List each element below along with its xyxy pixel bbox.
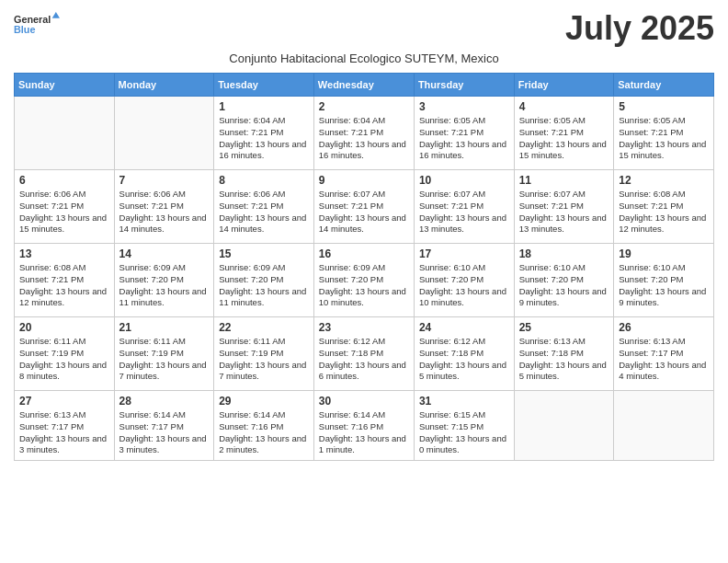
logo: General Blue: [14, 9, 60, 42]
calendar-day-18: 18Sunrise: 6:10 AMSunset: 7:20 PMDayligh…: [514, 244, 614, 317]
calendar-week-row: 6Sunrise: 6:06 AMSunset: 7:21 PMDaylight…: [15, 170, 714, 244]
calendar-day-28: 28Sunrise: 6:14 AMSunset: 7:17 PMDayligh…: [114, 391, 214, 461]
day-info: Sunrise: 6:10 AMSunset: 7:20 PMDaylight:…: [619, 262, 709, 309]
calendar-table: SundayMondayTuesdayWednesdayThursdayFrid…: [14, 73, 714, 461]
calendar-day-31: 31Sunrise: 6:15 AMSunset: 7:15 PMDayligh…: [414, 391, 514, 461]
day-number: 29: [219, 395, 309, 408]
header: General Blue July 2025: [14, 9, 714, 48]
day-number: 14: [119, 247, 210, 260]
calendar-empty-cell: [15, 97, 115, 170]
month-title: July 2025: [565, 9, 714, 48]
day-number: 27: [19, 395, 109, 408]
calendar-day-11: 11Sunrise: 6:07 AMSunset: 7:21 PMDayligh…: [514, 170, 614, 244]
calendar-day-23: 23Sunrise: 6:12 AMSunset: 7:18 PMDayligh…: [313, 317, 414, 391]
day-number: 11: [519, 174, 609, 187]
calendar-day-3: 3Sunrise: 6:05 AMSunset: 7:21 PMDaylight…: [414, 97, 514, 170]
calendar-day-29: 29Sunrise: 6:14 AMSunset: 7:16 PMDayligh…: [214, 391, 314, 461]
calendar-day-22: 22Sunrise: 6:11 AMSunset: 7:19 PMDayligh…: [214, 317, 314, 391]
day-number: 21: [119, 321, 210, 334]
day-number: 10: [419, 174, 509, 187]
day-number: 1: [219, 100, 309, 113]
calendar-day-15: 15Sunrise: 6:09 AMSunset: 7:20 PMDayligh…: [214, 244, 314, 317]
day-number: 3: [419, 100, 509, 113]
calendar-day-2: 2Sunrise: 6:04 AMSunset: 7:21 PMDaylight…: [313, 97, 414, 170]
calendar-day-8: 8Sunrise: 6:06 AMSunset: 7:21 PMDaylight…: [214, 170, 314, 244]
calendar-empty-cell: [114, 97, 214, 170]
calendar-day-20: 20Sunrise: 6:11 AMSunset: 7:19 PMDayligh…: [15, 317, 115, 391]
calendar-subtitle: Conjunto Habitacional Ecologico SUTEYM, …: [14, 52, 714, 65]
calendar-day-12: 12Sunrise: 6:08 AMSunset: 7:21 PMDayligh…: [614, 170, 714, 244]
header-day-monday: Monday: [114, 74, 214, 97]
day-number: 31: [419, 395, 509, 408]
day-info: Sunrise: 6:13 AMSunset: 7:17 PMDaylight:…: [619, 336, 709, 383]
day-info: Sunrise: 6:10 AMSunset: 7:20 PMDaylight:…: [519, 262, 609, 309]
day-info: Sunrise: 6:07 AMSunset: 7:21 PMDaylight:…: [419, 189, 509, 236]
calendar-day-21: 21Sunrise: 6:11 AMSunset: 7:19 PMDayligh…: [114, 317, 214, 391]
calendar-day-7: 7Sunrise: 6:06 AMSunset: 7:21 PMDaylight…: [114, 170, 214, 244]
day-number: 15: [219, 247, 309, 260]
day-info: Sunrise: 6:12 AMSunset: 7:18 PMDaylight:…: [319, 336, 409, 383]
header-day-tuesday: Tuesday: [214, 74, 314, 97]
day-info: Sunrise: 6:09 AMSunset: 7:20 PMDaylight:…: [219, 262, 309, 309]
day-info: Sunrise: 6:14 AMSunset: 7:16 PMDaylight:…: [219, 409, 309, 456]
day-number: 24: [419, 321, 509, 334]
logo-svg: General Blue: [14, 9, 60, 42]
svg-marker-1: [52, 12, 60, 18]
day-number: 18: [519, 247, 609, 260]
calendar-week-row: 1Sunrise: 6:04 AMSunset: 7:21 PMDaylight…: [15, 97, 714, 170]
day-number: 9: [319, 174, 409, 187]
day-number: 13: [19, 247, 109, 260]
header-day-saturday: Saturday: [614, 74, 714, 97]
calendar-day-26: 26Sunrise: 6:13 AMSunset: 7:17 PMDayligh…: [614, 317, 714, 391]
calendar-day-27: 27Sunrise: 6:13 AMSunset: 7:17 PMDayligh…: [15, 391, 115, 461]
day-info: Sunrise: 6:11 AMSunset: 7:19 PMDaylight:…: [119, 336, 210, 383]
day-info: Sunrise: 6:14 AMSunset: 7:17 PMDaylight:…: [119, 409, 210, 456]
day-number: 12: [619, 174, 709, 187]
header-day-sunday: Sunday: [15, 74, 115, 97]
svg-text:General: General: [14, 14, 51, 25]
calendar-week-row: 27Sunrise: 6:13 AMSunset: 7:17 PMDayligh…: [15, 391, 714, 461]
day-info: Sunrise: 6:06 AMSunset: 7:21 PMDaylight:…: [19, 189, 109, 236]
day-info: Sunrise: 6:12 AMSunset: 7:18 PMDaylight:…: [419, 336, 509, 383]
calendar-empty-cell: [514, 391, 614, 461]
day-info: Sunrise: 6:11 AMSunset: 7:19 PMDaylight:…: [19, 336, 109, 383]
calendar-day-1: 1Sunrise: 6:04 AMSunset: 7:21 PMDaylight…: [214, 97, 314, 170]
day-number: 2: [319, 100, 409, 113]
day-number: 28: [119, 395, 210, 408]
day-number: 16: [319, 247, 409, 260]
day-number: 20: [19, 321, 109, 334]
header-day-wednesday: Wednesday: [313, 74, 414, 97]
calendar-week-row: 13Sunrise: 6:08 AMSunset: 7:21 PMDayligh…: [15, 244, 714, 317]
day-info: Sunrise: 6:07 AMSunset: 7:21 PMDaylight:…: [519, 189, 609, 236]
day-number: 8: [219, 174, 309, 187]
day-info: Sunrise: 6:07 AMSunset: 7:21 PMDaylight:…: [319, 189, 409, 236]
day-number: 19: [619, 247, 709, 260]
day-number: 30: [319, 395, 409, 408]
day-number: 4: [519, 100, 609, 113]
day-info: Sunrise: 6:13 AMSunset: 7:17 PMDaylight:…: [19, 409, 109, 456]
day-info: Sunrise: 6:08 AMSunset: 7:21 PMDaylight:…: [19, 262, 109, 309]
calendar-day-30: 30Sunrise: 6:14 AMSunset: 7:16 PMDayligh…: [313, 391, 414, 461]
day-info: Sunrise: 6:09 AMSunset: 7:20 PMDaylight:…: [119, 262, 210, 309]
calendar-day-17: 17Sunrise: 6:10 AMSunset: 7:20 PMDayligh…: [414, 244, 514, 317]
day-info: Sunrise: 6:09 AMSunset: 7:20 PMDaylight:…: [319, 262, 409, 309]
day-number: 26: [619, 321, 709, 334]
header-day-friday: Friday: [514, 74, 614, 97]
day-info: Sunrise: 6:13 AMSunset: 7:18 PMDaylight:…: [519, 336, 609, 383]
calendar-day-16: 16Sunrise: 6:09 AMSunset: 7:20 PMDayligh…: [313, 244, 414, 317]
day-info: Sunrise: 6:05 AMSunset: 7:21 PMDaylight:…: [419, 115, 509, 162]
day-number: 6: [19, 174, 109, 187]
day-info: Sunrise: 6:10 AMSunset: 7:20 PMDaylight:…: [419, 262, 509, 309]
day-info: Sunrise: 6:04 AMSunset: 7:21 PMDaylight:…: [219, 115, 309, 162]
calendar-header-row: SundayMondayTuesdayWednesdayThursdayFrid…: [15, 74, 714, 97]
day-info: Sunrise: 6:06 AMSunset: 7:21 PMDaylight:…: [219, 189, 309, 236]
calendar-day-4: 4Sunrise: 6:05 AMSunset: 7:21 PMDaylight…: [514, 97, 614, 170]
calendar-day-6: 6Sunrise: 6:06 AMSunset: 7:21 PMDaylight…: [15, 170, 115, 244]
calendar-day-10: 10Sunrise: 6:07 AMSunset: 7:21 PMDayligh…: [414, 170, 514, 244]
day-info: Sunrise: 6:06 AMSunset: 7:21 PMDaylight:…: [119, 189, 210, 236]
calendar-week-row: 20Sunrise: 6:11 AMSunset: 7:19 PMDayligh…: [15, 317, 714, 391]
day-info: Sunrise: 6:04 AMSunset: 7:21 PMDaylight:…: [319, 115, 409, 162]
day-info: Sunrise: 6:15 AMSunset: 7:15 PMDaylight:…: [419, 409, 509, 456]
day-info: Sunrise: 6:05 AMSunset: 7:21 PMDaylight:…: [619, 115, 709, 162]
day-number: 5: [619, 100, 709, 113]
